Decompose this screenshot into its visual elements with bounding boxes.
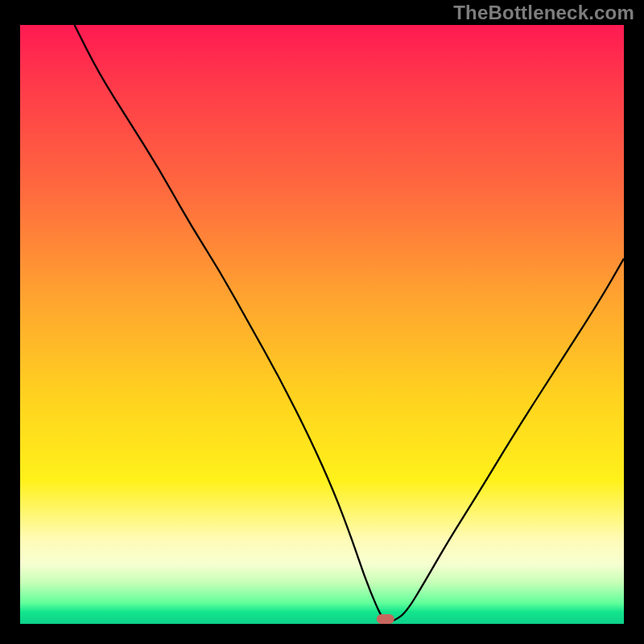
plot-area bbox=[20, 25, 624, 624]
chart-frame: TheBottleneck.com bbox=[0, 0, 644, 644]
minimum-marker bbox=[377, 614, 394, 624]
watermark-text: TheBottleneck.com bbox=[453, 2, 634, 24]
bottleneck-curve bbox=[75, 25, 625, 621]
plot-svg bbox=[20, 25, 624, 624]
